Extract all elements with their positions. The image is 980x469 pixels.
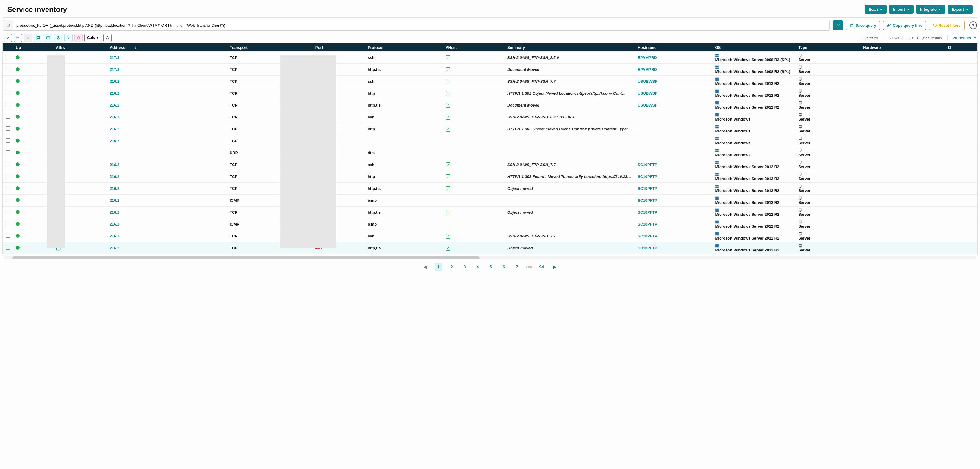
copy-query-link-button[interactable]: Copy query link xyxy=(883,21,926,30)
hostname-link[interactable]: SC10PFTP xyxy=(638,210,657,215)
address-link[interactable]: 216.2 xyxy=(110,115,119,119)
col-os[interactable]: OS xyxy=(712,43,795,52)
table-row[interactable]: UDP5246dtls Microsoft Windows Server xyxy=(3,147,977,159)
address-link[interactable]: 216.2 xyxy=(110,127,119,131)
row-checkbox[interactable] xyxy=(6,210,10,214)
row-checkbox[interactable] xyxy=(6,103,10,107)
external-link-icon[interactable]: ↗ xyxy=(445,246,450,250)
row-checkbox[interactable] xyxy=(6,198,10,202)
hostname-link[interactable]: SC10PFTP xyxy=(638,198,657,203)
address-link[interactable]: 216.2 xyxy=(110,198,119,203)
list-mode-button[interactable] xyxy=(14,34,22,42)
row-checkbox[interactable] xyxy=(6,150,10,155)
external-link-icon[interactable]: ↗ xyxy=(445,55,450,60)
hostname-link[interactable]: SC10PFTP xyxy=(638,186,657,191)
edit-query-button[interactable] xyxy=(833,20,843,30)
export-button[interactable]: Export ▼ xyxy=(948,5,972,14)
table-row[interactable]: 216.2TCP80http↗HTTP/1.1 302 Found : Move… xyxy=(3,171,977,183)
table-row[interactable]: 216.2TCP22ssh↗SSH-2.0-WS_FTP-SSH_7.7SC10… xyxy=(3,159,977,171)
page-number[interactable]: 3 xyxy=(461,263,469,271)
hostname-link[interactable]: SC10PFTP xyxy=(638,174,657,179)
table-row[interactable]: 216.2TCP22ssh↗SSH-2.0-WS_FTP-SSH_7.7SC10… xyxy=(3,230,977,242)
external-link-icon[interactable]: ↗ xyxy=(445,163,450,167)
external-link-icon[interactable]: ↗ xyxy=(445,67,450,72)
external-link-icon[interactable]: ↗ xyxy=(445,234,450,239)
hostname-link[interactable]: SC10PFTP xyxy=(638,222,657,227)
table-row[interactable]: 216.2TCP443http,tls↗Document MovedUSUBWS… xyxy=(3,99,977,111)
refresh-button[interactable] xyxy=(103,34,111,42)
table-row[interactable]: 216.2TCP443http,tls↗Object movedSC10PFTP… xyxy=(3,207,977,219)
row-checkbox[interactable] xyxy=(6,246,10,250)
address-link[interactable]: 216.2 xyxy=(110,163,119,167)
table-row[interactable]: 217.3TCP22ssh↗SSH-2.0-WS_FTP-SSH_8.5.0EP… xyxy=(3,52,977,64)
col-overflow[interactable]: O xyxy=(945,43,977,52)
scan-button[interactable]: Scan ▼ xyxy=(865,5,886,14)
external-link-icon[interactable]: ↗ xyxy=(445,186,450,191)
page-next[interactable]: ▶ xyxy=(551,263,558,271)
reset-filters-button[interactable]: Reset filters xyxy=(929,21,964,30)
col-summary[interactable]: Summary xyxy=(504,43,635,52)
address-link[interactable]: 216.2 xyxy=(110,139,119,143)
address-link[interactable]: 216.2 xyxy=(110,222,119,227)
results-per-page[interactable]: 20 results xyxy=(953,36,977,40)
table-row[interactable]: 216.2TCP22ssh↗SSH-2.0-WS_FTP-SSH_8.8.1.3… xyxy=(3,111,977,123)
row-checkbox[interactable] xyxy=(6,139,10,142)
row-checkbox[interactable] xyxy=(6,126,10,131)
select-mode-button[interactable] xyxy=(3,34,12,42)
col-type[interactable]: Type xyxy=(795,43,860,52)
row-checkbox[interactable] xyxy=(6,162,10,166)
row-checkbox[interactable] xyxy=(6,79,10,83)
integrate-button[interactable]: Integrate ▼ xyxy=(916,5,945,14)
page-number[interactable]: 7 xyxy=(513,263,521,271)
page-number[interactable]: 1 xyxy=(435,263,442,271)
table-row[interactable]: 217.3TCP443http,tls↗Document MovedEPVMPR… xyxy=(3,64,977,76)
address-link[interactable]: 217.3 xyxy=(110,55,119,60)
delete-button[interactable] xyxy=(24,34,32,42)
row-checkbox[interactable] xyxy=(6,55,10,59)
columns-button[interactable]: Cols ▼ xyxy=(84,34,102,42)
row-checkbox[interactable] xyxy=(6,91,10,95)
external-link-icon[interactable]: ↗ xyxy=(445,115,450,120)
scrollbar-thumb[interactable] xyxy=(13,256,480,259)
col-hostname[interactable]: Hostname xyxy=(635,43,712,52)
page-number[interactable]: 2 xyxy=(448,263,455,271)
table-row[interactable]: 216.2TCP80http↗HTTP/1.1 302 Object Moved… xyxy=(3,88,977,99)
merge-button[interactable] xyxy=(64,34,73,42)
col-transport[interactable]: Transport xyxy=(227,43,312,52)
page-number[interactable]: 4 xyxy=(474,263,482,271)
trash-button[interactable] xyxy=(75,34,83,42)
page-last[interactable]: 94 xyxy=(538,263,545,271)
query-input[interactable] xyxy=(13,21,829,30)
table-row[interactable]: 216.2TCP80http↗HTTP/1.1 302 Object moved… xyxy=(3,123,977,135)
table-row[interactable]: 216.2ICMPicmpSC10PFTP Microsoft Windows … xyxy=(3,219,977,230)
col-address[interactable]: Address xyxy=(107,43,227,51)
hostname-link[interactable]: USUBWSF xyxy=(638,91,657,96)
page-number[interactable]: 5 xyxy=(487,263,495,271)
address-link[interactable]: 216.2 xyxy=(110,103,119,107)
col-up[interactable]: Up xyxy=(13,43,52,52)
external-link-icon[interactable]: ↗ xyxy=(445,210,450,215)
page-prev[interactable]: ◀ xyxy=(422,263,429,271)
hostname-link[interactable]: SC10PFTP xyxy=(638,234,657,238)
address-link[interactable]: 216.2 xyxy=(110,91,119,96)
col-attrs[interactable]: Attrs xyxy=(52,43,107,52)
address-link[interactable]: 216.2 xyxy=(110,79,119,84)
help-button[interactable]: ? xyxy=(969,21,977,29)
col-hardware[interactable]: Hardware xyxy=(860,43,945,52)
external-link-icon[interactable]: ↗ xyxy=(445,127,450,132)
row-checkbox[interactable] xyxy=(6,67,10,71)
comment-button[interactable] xyxy=(34,34,42,42)
address-link[interactable]: 216.2 xyxy=(110,186,119,191)
import-button[interactable]: Import ▼ xyxy=(889,5,914,14)
address-link[interactable]: 217.3 xyxy=(110,67,119,72)
address-link[interactable]: 216.2 xyxy=(110,210,119,215)
page-number[interactable]: 6 xyxy=(500,263,508,271)
external-link-icon[interactable]: ↗ xyxy=(445,79,450,84)
save-query-button[interactable]: Save query xyxy=(846,21,880,30)
hostname-link[interactable]: EPVMPRD xyxy=(638,55,657,60)
table-row[interactable]: 216.2TCP443http,tls↗Object movedSC10PFTP… xyxy=(3,183,977,195)
external-link-icon[interactable]: ↗ xyxy=(445,103,450,108)
col-protocol[interactable]: Protocol xyxy=(365,43,443,52)
table-row[interactable]: 216.2TCP443http,tls↗Object movedSC10PFTP… xyxy=(3,242,977,254)
horizontal-scrollbar[interactable] xyxy=(3,256,977,260)
